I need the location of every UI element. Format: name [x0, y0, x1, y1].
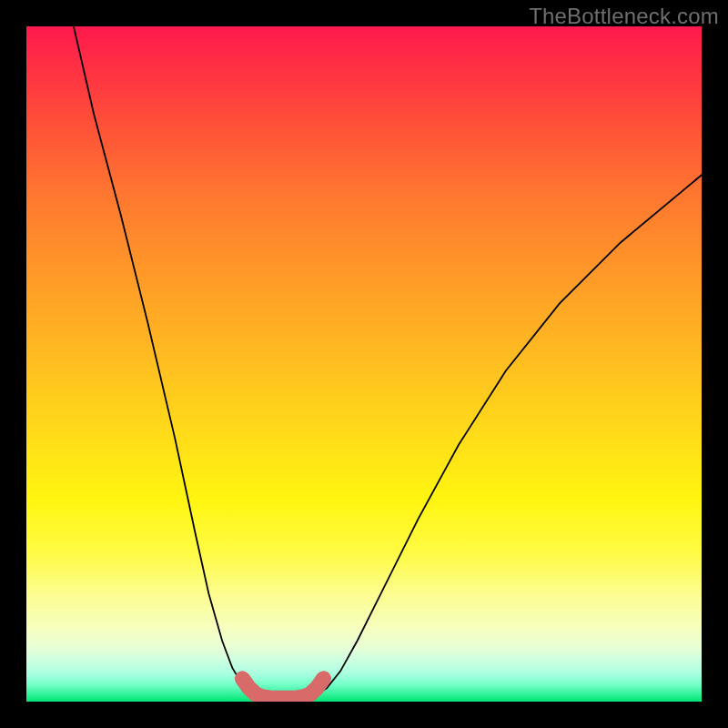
watermark-text: TheBottleneck.com — [529, 4, 719, 29]
valley-band — [242, 679, 323, 699]
left-curve — [74, 26, 263, 697]
chart-plot — [26, 26, 702, 702]
right-curve — [310, 175, 702, 697]
chart-frame — [26, 26, 702, 702]
